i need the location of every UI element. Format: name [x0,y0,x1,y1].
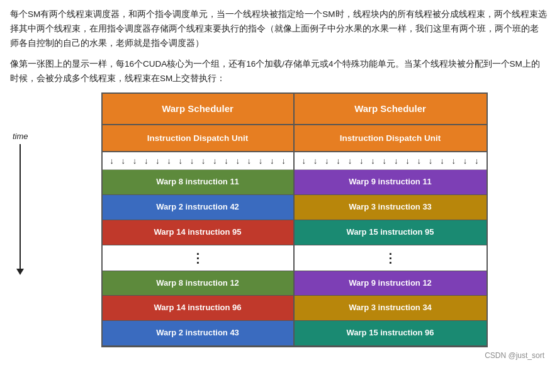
diagram: Warp Scheduler Instruction Dispatch Unit… [101,92,488,347]
arrow-down: ↓ [167,157,171,165]
right-row-3: Warp 15 instruction 95 [295,220,487,245]
left-warp-scheduler: Warp Scheduler [103,94,293,125]
right-row-6: Warp 3 instruction 34 [295,296,487,321]
left-dots: ⋮ [103,245,293,271]
left-row-3: Warp 14 instruction 95 [103,220,293,245]
arrow-down: ↓ [359,157,364,165]
paragraph2: 像第一张图上的显示一样，每16个CUDA核心为一个组，还有16个加载/存储单元或… [10,57,547,86]
left-row-2: Warp 2 instruction 42 [103,195,293,220]
right-row-2: Warp 3 instruction 33 [295,195,487,220]
right-warp-scheduler: Warp Scheduler [295,94,487,125]
left-arrows-row: ↓ ↓ ↓ ↓ ↓ ↓ ↓ ↓ ↓ ↓ ↓ ↓ ↓ ↓ ↓ ↓ [103,152,293,170]
arrow-down: ↓ [213,157,217,165]
diagram-container: time Warp Scheduler Instruction Dispatch… [42,92,547,362]
arrow-down: ↓ [417,157,422,165]
arrow-down: ↓ [178,157,183,165]
right-dots: ⋮ [295,245,487,271]
left-row-7: Warp 2 instruction 43 [103,321,293,346]
arrow-down: ↓ [247,157,252,165]
arrow-down: ↓ [133,157,137,165]
arrow-down: ↓ [155,157,160,165]
arrow-down: ↓ [301,157,306,165]
arrow-down: ↓ [110,157,114,165]
diagram-wrapper: Warp Scheduler Instruction Dispatch Unit… [42,92,547,347]
arrow-down: ↓ [235,157,240,165]
right-dispatch-unit: Instruction Dispatch Unit [295,125,487,153]
arrow-down: ↓ [429,157,433,165]
arrow-down: ↓ [405,157,410,165]
time-label: time [13,130,28,271]
arrow-down: ↓ [224,157,228,165]
arrow-down: ↓ [121,157,126,165]
left-row-5: Warp 8 instruction 12 [103,271,293,296]
arrow-down: ↓ [348,157,352,165]
arrow-down: ↓ [313,157,318,165]
left-row-1: Warp 8 instruction 11 [103,170,293,195]
right-row-5: Warp 9 instruction 12 [295,271,487,296]
arrow-down: ↓ [144,157,149,165]
time-text: time [13,130,28,143]
arrow-down: ↓ [463,157,468,165]
arrow-down: ↓ [383,157,387,165]
arrow-down: ↓ [281,157,286,165]
arrow-down: ↓ [336,157,340,165]
arrow-down: ↓ [371,157,375,165]
watermark: CSDN @just_sort [42,350,547,362]
right-row-7: Warp 15 instruction 96 [295,321,487,346]
arrow-down: ↓ [201,157,206,165]
arrow-down: ↓ [325,157,329,165]
arrow-down: ↓ [259,157,263,165]
right-arrows-row: ↓ ↓ ↓ ↓ ↓ ↓ ↓ ↓ ↓ ↓ ↓ ↓ ↓ ↓ ↓ ↓ [295,152,487,170]
time-arrow [20,144,21,270]
arrow-down: ↓ [270,157,274,165]
right-column: Warp Scheduler Instruction Dispatch Unit… [295,94,487,346]
left-column: Warp Scheduler Instruction Dispatch Unit… [103,94,295,346]
left-row-6: Warp 14 instruction 96 [103,296,293,321]
paragraph1: 每个SM有两个线程束调度器，和两个指令调度单元，当一个线程块被指定给一个SM时，… [10,8,547,51]
arrow-down: ↓ [440,157,444,165]
arrow-down: ↓ [451,157,456,165]
right-row-1: Warp 9 instruction 11 [295,170,487,195]
arrow-down: ↓ [394,157,398,165]
arrow-down: ↓ [190,157,194,165]
arrow-down: ↓ [475,157,479,165]
left-dispatch-unit: Instruction Dispatch Unit [103,125,293,153]
